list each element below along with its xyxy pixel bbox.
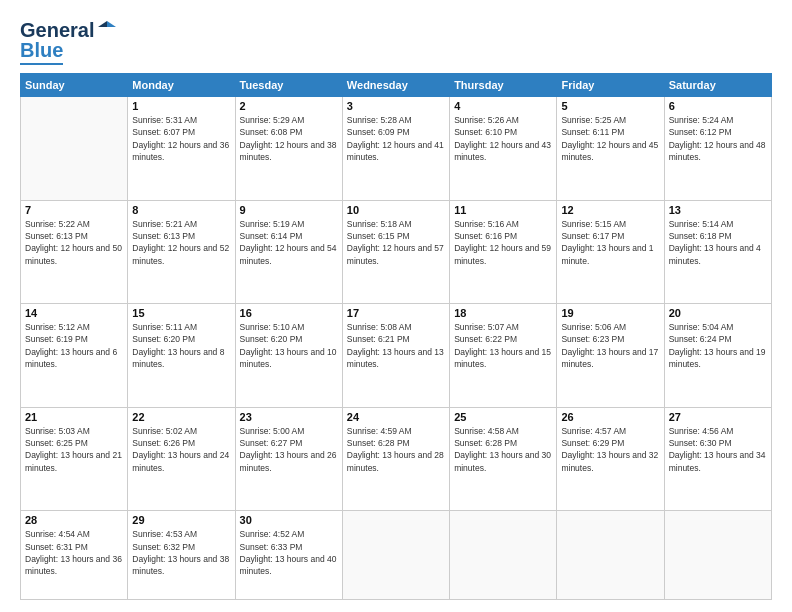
day-info: Sunrise: 5:29 AMSunset: 6:08 PMDaylight:… [240,114,338,163]
header: General Blue [20,18,772,65]
calendar-day-cell: 13Sunrise: 5:14 AMSunset: 6:18 PMDayligh… [664,200,771,304]
day-info: Sunrise: 5:16 AMSunset: 6:16 PMDaylight:… [454,218,552,267]
calendar-day-cell [664,511,771,600]
logo: General Blue [20,18,120,65]
calendar-day-cell: 26Sunrise: 4:57 AMSunset: 6:29 PMDayligh… [557,407,664,511]
page: General Blue SundayMondayTuesdayWednesda… [0,0,792,612]
day-info: Sunrise: 5:21 AMSunset: 6:13 PMDaylight:… [132,218,230,267]
day-number: 5 [561,100,659,112]
day-number: 21 [25,411,123,423]
day-info: Sunrise: 4:53 AMSunset: 6:32 PMDaylight:… [132,528,230,577]
calendar-day-cell: 15Sunrise: 5:11 AMSunset: 6:20 PMDayligh… [128,304,235,408]
day-number: 7 [25,204,123,216]
day-number: 20 [669,307,767,319]
day-number: 4 [454,100,552,112]
day-number: 12 [561,204,659,216]
calendar-day-cell [342,511,449,600]
day-info: Sunrise: 4:56 AMSunset: 6:30 PMDaylight:… [669,425,767,474]
calendar-week-row: 14Sunrise: 5:12 AMSunset: 6:19 PMDayligh… [21,304,772,408]
day-info: Sunrise: 4:58 AMSunset: 6:28 PMDaylight:… [454,425,552,474]
calendar-day-cell: 3Sunrise: 5:28 AMSunset: 6:09 PMDaylight… [342,97,449,201]
calendar-day-cell: 20Sunrise: 5:04 AMSunset: 6:24 PMDayligh… [664,304,771,408]
calendar-day-cell: 11Sunrise: 5:16 AMSunset: 6:16 PMDayligh… [450,200,557,304]
weekday-header-sunday: Sunday [21,74,128,97]
day-info: Sunrise: 5:15 AMSunset: 6:17 PMDaylight:… [561,218,659,267]
weekday-header-row: SundayMondayTuesdayWednesdayThursdayFrid… [21,74,772,97]
weekday-header-saturday: Saturday [664,74,771,97]
day-info: Sunrise: 5:22 AMSunset: 6:13 PMDaylight:… [25,218,123,267]
day-number: 6 [669,100,767,112]
day-info: Sunrise: 5:26 AMSunset: 6:10 PMDaylight:… [454,114,552,163]
calendar-day-cell [557,511,664,600]
day-number: 1 [132,100,230,112]
day-number: 14 [25,307,123,319]
day-info: Sunrise: 5:02 AMSunset: 6:26 PMDaylight:… [132,425,230,474]
day-number: 9 [240,204,338,216]
day-info: Sunrise: 5:08 AMSunset: 6:21 PMDaylight:… [347,321,445,370]
day-number: 19 [561,307,659,319]
day-number: 25 [454,411,552,423]
calendar-day-cell: 14Sunrise: 5:12 AMSunset: 6:19 PMDayligh… [21,304,128,408]
calendar-day-cell: 12Sunrise: 5:15 AMSunset: 6:17 PMDayligh… [557,200,664,304]
day-info: Sunrise: 5:07 AMSunset: 6:22 PMDaylight:… [454,321,552,370]
day-number: 24 [347,411,445,423]
day-number: 26 [561,411,659,423]
day-info: Sunrise: 5:24 AMSunset: 6:12 PMDaylight:… [669,114,767,163]
calendar-day-cell: 1Sunrise: 5:31 AMSunset: 6:07 PMDaylight… [128,97,235,201]
day-info: Sunrise: 5:14 AMSunset: 6:18 PMDaylight:… [669,218,767,267]
logo-blue-label: Blue [20,39,63,65]
calendar-week-row: 7Sunrise: 5:22 AMSunset: 6:13 PMDaylight… [21,200,772,304]
day-number: 18 [454,307,552,319]
calendar-day-cell: 17Sunrise: 5:08 AMSunset: 6:21 PMDayligh… [342,304,449,408]
calendar-day-cell: 5Sunrise: 5:25 AMSunset: 6:11 PMDaylight… [557,97,664,201]
calendar-day-cell: 21Sunrise: 5:03 AMSunset: 6:25 PMDayligh… [21,407,128,511]
weekday-header-monday: Monday [128,74,235,97]
calendar-day-cell: 29Sunrise: 4:53 AMSunset: 6:32 PMDayligh… [128,511,235,600]
day-number: 22 [132,411,230,423]
day-info: Sunrise: 5:28 AMSunset: 6:09 PMDaylight:… [347,114,445,163]
calendar-day-cell: 28Sunrise: 4:54 AMSunset: 6:31 PMDayligh… [21,511,128,600]
day-info: Sunrise: 4:54 AMSunset: 6:31 PMDaylight:… [25,528,123,577]
day-info: Sunrise: 5:19 AMSunset: 6:14 PMDaylight:… [240,218,338,267]
weekday-header-wednesday: Wednesday [342,74,449,97]
calendar-day-cell: 4Sunrise: 5:26 AMSunset: 6:10 PMDaylight… [450,97,557,201]
day-info: Sunrise: 5:12 AMSunset: 6:19 PMDaylight:… [25,321,123,370]
day-info: Sunrise: 5:06 AMSunset: 6:23 PMDaylight:… [561,321,659,370]
calendar-day-cell: 18Sunrise: 5:07 AMSunset: 6:22 PMDayligh… [450,304,557,408]
day-info: Sunrise: 5:10 AMSunset: 6:20 PMDaylight:… [240,321,338,370]
day-info: Sunrise: 5:11 AMSunset: 6:20 PMDaylight:… [132,321,230,370]
day-info: Sunrise: 4:59 AMSunset: 6:28 PMDaylight:… [347,425,445,474]
calendar-day-cell: 25Sunrise: 4:58 AMSunset: 6:28 PMDayligh… [450,407,557,511]
day-number: 8 [132,204,230,216]
day-number: 30 [240,514,338,526]
calendar-week-row: 28Sunrise: 4:54 AMSunset: 6:31 PMDayligh… [21,511,772,600]
day-number: 27 [669,411,767,423]
day-number: 23 [240,411,338,423]
logo-flag-icon [95,18,119,42]
calendar-day-cell: 16Sunrise: 5:10 AMSunset: 6:20 PMDayligh… [235,304,342,408]
day-number: 29 [132,514,230,526]
calendar-week-row: 1Sunrise: 5:31 AMSunset: 6:07 PMDaylight… [21,97,772,201]
calendar-week-row: 21Sunrise: 5:03 AMSunset: 6:25 PMDayligh… [21,407,772,511]
day-info: Sunrise: 5:25 AMSunset: 6:11 PMDaylight:… [561,114,659,163]
calendar-day-cell: 10Sunrise: 5:18 AMSunset: 6:15 PMDayligh… [342,200,449,304]
calendar-day-cell: 22Sunrise: 5:02 AMSunset: 6:26 PMDayligh… [128,407,235,511]
day-number: 10 [347,204,445,216]
day-info: Sunrise: 4:57 AMSunset: 6:29 PMDaylight:… [561,425,659,474]
day-info: Sunrise: 5:04 AMSunset: 6:24 PMDaylight:… [669,321,767,370]
weekday-header-tuesday: Tuesday [235,74,342,97]
day-number: 3 [347,100,445,112]
calendar-day-cell: 19Sunrise: 5:06 AMSunset: 6:23 PMDayligh… [557,304,664,408]
day-info: Sunrise: 5:03 AMSunset: 6:25 PMDaylight:… [25,425,123,474]
day-info: Sunrise: 4:52 AMSunset: 6:33 PMDaylight:… [240,528,338,577]
day-number: 15 [132,307,230,319]
calendar-day-cell [21,97,128,201]
day-number: 2 [240,100,338,112]
calendar-day-cell: 23Sunrise: 5:00 AMSunset: 6:27 PMDayligh… [235,407,342,511]
calendar-day-cell: 6Sunrise: 5:24 AMSunset: 6:12 PMDaylight… [664,97,771,201]
calendar-day-cell: 2Sunrise: 5:29 AMSunset: 6:08 PMDaylight… [235,97,342,201]
day-number: 16 [240,307,338,319]
day-info: Sunrise: 5:31 AMSunset: 6:07 PMDaylight:… [132,114,230,163]
day-number: 13 [669,204,767,216]
calendar-day-cell: 7Sunrise: 5:22 AMSunset: 6:13 PMDaylight… [21,200,128,304]
